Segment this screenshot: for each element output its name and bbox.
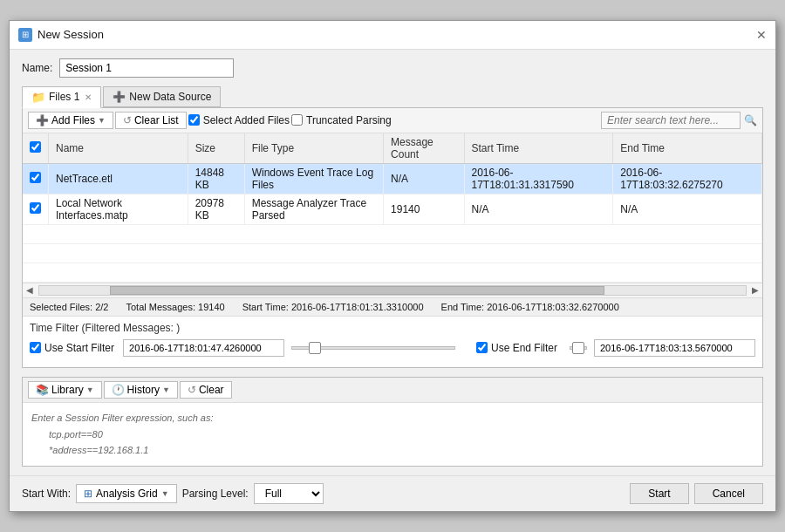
files-panel: ➕ Add Files ▼ ↺ Clear List Select Added … [22,107,763,368]
library-label: Library [51,384,84,396]
tab-files1-label: Files 1 [49,91,79,103]
hscroll-right-btn[interactable]: ▶ [748,285,762,295]
table-row-empty [23,263,762,282]
col-endtime: End Time [613,133,762,164]
select-added-files-checkbox[interactable] [188,114,200,126]
session-filter-toolbar: 📚 Library ▼ 🕐 History ▼ ↺ Clear [23,378,762,403]
clear-filter-button[interactable]: ↺ Clear [180,381,232,399]
col-size: Size [188,133,244,164]
col-starttime: Start Time [464,133,613,164]
hscroll-thumb[interactable] [110,286,604,295]
use-end-filter-label[interactable]: Use End Filter [476,342,557,354]
hint-line1: Enter a Session Filter expression, such … [31,410,754,426]
title-bar: ⊞ New Session ✕ [10,21,775,50]
truncated-parsing-checkbox[interactable] [291,114,303,126]
library-button[interactable]: 📚 Library ▼ [28,381,102,399]
start-time-input[interactable] [123,339,284,357]
time-filter-title: Time Filter (Filtered Messages: ) [30,322,755,334]
selected-files-status: Selected Files: 2/2 [30,302,109,312]
clear-list-label: Clear List [134,114,179,126]
title-bar-left: ⊞ New Session [18,28,104,42]
clear-filter-label: Clear [199,384,224,396]
row1-starttime: 2016-06-17T18:01:31.3317590 [464,163,613,194]
search-icon[interactable]: 🔍 [744,114,757,126]
col-checkbox [23,133,49,164]
table-row: Local Network Interfaces.matp 20978 KB M… [23,194,762,224]
select-all-checkbox[interactable] [30,141,41,153]
clear-list-button[interactable]: ↺ Clear List [115,112,187,129]
analysis-grid-label: Analysis Grid [96,488,158,500]
start-slider-thumb[interactable] [309,342,321,354]
truncated-parsing-text: Truncated Parsing [306,114,392,126]
total-messages-status: Total Messages: 19140 [126,302,225,312]
close-button[interactable]: ✕ [756,29,767,41]
tabs-bar: 📁 Files 1 ✕ ➕ New Data Source [22,86,763,108]
search-input[interactable] [601,112,741,129]
table-header-row: Name Size File Type Message Count Start … [23,133,762,164]
start-with-label: Start With: [22,488,71,500]
use-end-filter-checkbox[interactable] [476,342,488,353]
session-filter-section: 📚 Library ▼ 🕐 History ▼ ↺ Clear Enter a … [22,377,763,467]
truncated-parsing-label[interactable]: Truncated Parsing [291,114,392,126]
row1-name: NetTrace.etl [49,163,188,194]
row2-filetype: Message Analyzer Trace Parsed [244,194,383,224]
new-source-icon: ➕ [113,91,126,103]
files-table: Name Size File Type Message Count Start … [23,133,762,283]
table-row-empty [23,224,762,243]
use-start-filter-checkbox[interactable] [30,342,41,353]
clear-list-icon: ↺ [123,114,132,126]
hint-line2: tcp.port==80 [49,426,754,443]
end-time-input[interactable] [594,339,755,357]
end-slider-thumb[interactable] [572,342,584,354]
analysis-grid-dropdown-icon: ▼ [161,489,169,498]
row1-size: 14848 KB [188,163,244,194]
analysis-grid-button[interactable]: ⊞ Analysis Grid ▼ [76,484,177,503]
bottom-bar: Start With: ⊞ Analysis Grid ▼ Parsing Le… [10,475,775,511]
row2-endtime: N/A [613,194,762,224]
hscroll-track[interactable] [38,285,747,296]
table-row: NetTrace.etl 14848 KB Windows Event Trac… [23,163,762,194]
table-row-empty [23,243,762,263]
dialog-window: ⊞ New Session ✕ Name: 📁 Files 1 ✕ ➕ New … [9,20,776,512]
history-icon: 🕐 [112,384,125,396]
bottom-bar-left: Start With: ⊞ Analysis Grid ▼ Parsing Le… [22,483,623,504]
use-end-filter-text: Use End Filter [491,342,557,354]
col-name: Name [49,133,188,164]
parsing-level-select[interactable]: Full Partial None [254,483,324,504]
history-dropdown-icon: ▼ [162,385,170,394]
tab-files1-close[interactable]: ✕ [85,92,92,102]
row1-checkbox-cell [23,163,49,194]
clear-filter-icon: ↺ [188,384,196,396]
session-name-input[interactable] [59,58,234,78]
add-files-button[interactable]: ➕ Add Files ▼ [28,112,113,129]
row1-checkbox[interactable] [30,172,41,183]
library-dropdown-icon: ▼ [86,385,94,394]
row2-size: 20978 KB [188,194,244,224]
files-toolbar: ➕ Add Files ▼ ↺ Clear List Select Added … [23,108,762,133]
history-button[interactable]: 🕐 History ▼ [104,381,178,399]
tab-files1[interactable]: 📁 Files 1 ✕ [22,86,101,108]
col-msgcount: Message Count [384,133,464,164]
hscroll-left-btn[interactable]: ◀ [23,285,37,295]
start-time-status: Start Time: 2016-06-17T18:01:31.3310000 [242,302,424,312]
end-slider-track[interactable] [570,346,587,350]
time-filter-section: Time Filter (Filtered Messages: ) Use St… [23,316,762,367]
hint-line3: *address==192.168.1.1 [49,442,754,459]
use-start-filter-label[interactable]: Use Start Filter [30,342,114,354]
new-data-source-button[interactable]: ➕ New Data Source [103,86,221,107]
status-bar: Selected Files: 2/2 Total Messages: 1914… [23,297,762,316]
start-button[interactable]: Start [630,483,688,504]
hscroll-row: ◀ ▶ [23,283,762,297]
new-source-label: New Data Source [129,91,211,103]
col-filetype: File Type [244,133,383,164]
search-box: 🔍 [601,112,757,129]
cancel-button[interactable]: Cancel [694,483,763,504]
row1-msgcount: N/A [384,163,464,194]
add-files-label: Add Files [51,114,95,126]
start-slider-track[interactable] [291,346,455,350]
select-added-files-label[interactable]: Select Added Files [188,114,290,126]
row2-checkbox[interactable] [30,202,41,214]
analysis-grid-icon: ⊞ [84,488,92,500]
row1-endtime: 2016-06-17T18:03:32.6275270 [613,163,762,194]
name-label: Name: [22,62,52,74]
